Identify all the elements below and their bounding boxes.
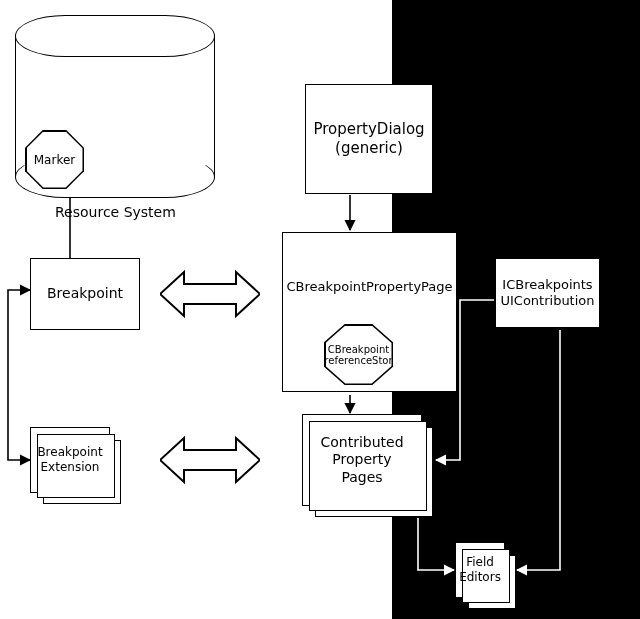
cbp-store-line2: PreferenceStore bbox=[318, 355, 398, 366]
property-dialog-node: PropertyDialog (generic) bbox=[305, 84, 433, 194]
property-dialog-line1: PropertyDialog bbox=[313, 120, 424, 139]
breakpoint-extension-label: Breakpoint Extension bbox=[37, 445, 102, 475]
svg-marker-4 bbox=[160, 438, 260, 482]
marker-node: Marker bbox=[25, 130, 84, 189]
double-arrow-breakpoint-page bbox=[160, 266, 260, 322]
uicontribution-line2: UIContribution bbox=[500, 293, 594, 309]
marker-label: Marker bbox=[27, 132, 83, 188]
contributed-line2: Property bbox=[320, 451, 403, 469]
svg-marker-3 bbox=[160, 272, 260, 316]
uicontribution-node: ICBreakpoints UIContribution bbox=[495, 258, 600, 328]
double-arrow-ext-contributed bbox=[160, 432, 260, 488]
field-editors-line1: Field bbox=[459, 555, 501, 570]
property-dialog-line2: (generic) bbox=[313, 139, 424, 158]
breakpoint-label: Breakpoint bbox=[47, 285, 123, 303]
breakpoint-extension-node: Breakpoint Extension bbox=[30, 427, 110, 493]
breakpoint-node: Breakpoint bbox=[30, 258, 140, 330]
field-editors-node: Field Editors bbox=[455, 542, 505, 598]
cbp-store-line1: CBreakpoint bbox=[318, 344, 398, 355]
diagram-canvas: Resource System Marker Breakpoint Breakp… bbox=[0, 0, 640, 619]
contributed-line3: Pages bbox=[320, 469, 403, 487]
uicontribution-line1: ICBreakpoints bbox=[500, 277, 594, 293]
contributed-pages-node: Contributed Property Pages bbox=[302, 414, 422, 506]
resource-system-label: Resource System bbox=[15, 204, 215, 220]
contributed-line1: Contributed bbox=[320, 434, 403, 452]
field-editors-line2: Editors bbox=[459, 570, 501, 585]
cbp-property-page-label: CBreakpointPropertyPage bbox=[286, 279, 452, 295]
